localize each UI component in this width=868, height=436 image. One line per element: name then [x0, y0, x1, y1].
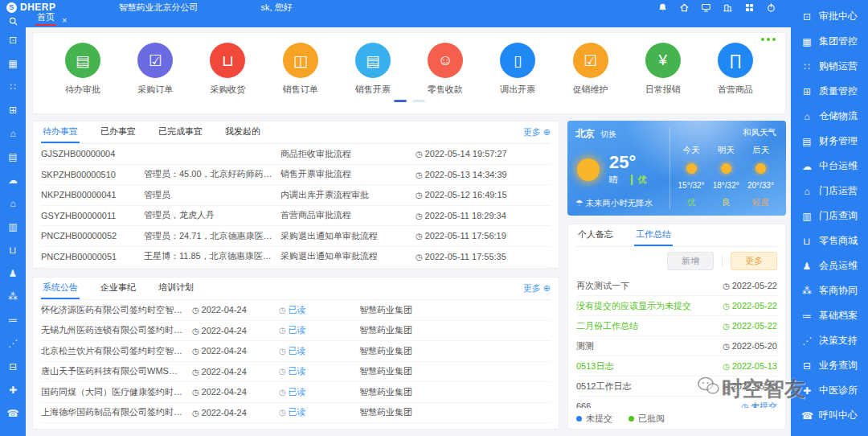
notice-row[interactable]: 无锡九州医药连锁有限公司签约时空智友信息 2022-04-24 已读 智慧药业集…	[41, 321, 551, 342]
home-icon[interactable]	[679, 2, 690, 13]
menu-retail-mall[interactable]: ⊔ 零售商城	[791, 228, 868, 253]
todo-row[interactable]: GJSZHB00000004 商品拒收审批流程 2022-05-14 19:57…	[41, 144, 551, 165]
menu-purchase-sales-ops[interactable]: ∷ 购销运营	[791, 54, 868, 79]
notice-tab[interactable]: 系统公告	[41, 278, 80, 299]
quick-pending-approval[interactable]: ▤ 待办审批	[54, 43, 112, 96]
menu-basic-archives[interactable]: ≔ 基础档案	[791, 303, 868, 328]
menu-finance-mgmt[interactable]: ▤ 财务管理	[791, 129, 868, 154]
todo-tab[interactable]: 我发起的	[223, 121, 262, 143]
tab-close-icon[interactable]: ×	[62, 15, 67, 26]
menu-middle-platform-ops[interactable]: ☁ 中台运维	[791, 154, 868, 179]
menu-member-ops[interactable]: ♟	[4, 265, 22, 282]
menu-store-query[interactable]: ▥ 门店查询	[791, 204, 868, 228]
notice-tab[interactable]: 企业事纪	[99, 278, 137, 299]
menu-item-icon: ⊔	[801, 236, 813, 247]
building-icon[interactable]	[723, 2, 733, 13]
quick-retail-payment[interactable]: ☺ 零售收款	[416, 43, 474, 96]
menu-member-ops[interactable]: ♟ 会员运维	[791, 253, 868, 278]
todo-row[interactable]: GSYZHB00000011 管理员，龙虎人丹 首营商品审批流程 2022-05…	[41, 206, 551, 227]
menu-partner-collab[interactable]: ⁂ 客商协同	[791, 278, 868, 303]
memo-row[interactable]: 0513日志 2022-05-13	[576, 356, 777, 376]
menu-call-center[interactable]: ☎ 呼叫中心	[791, 403, 868, 428]
menu-basic-archives[interactable]: ≔	[4, 311, 22, 329]
menu-finance-mgmt[interactable]: ▤	[4, 148, 22, 166]
quick-actions-list: ▤ 待办审批 ☑ 采购订单 ⊔ 采购收货	[54, 43, 764, 96]
quick-daily-reimburse[interactable]: ¥ 日常报销	[634, 43, 692, 96]
more-dots-icon[interactable]	[761, 38, 776, 41]
memo-row[interactable]: 测测 2022-05-20	[576, 336, 777, 356]
todo-tab[interactable]: 已办事宜	[99, 121, 137, 143]
tab-home-label: 首页	[35, 11, 56, 26]
memo-tab[interactable]: 个人备忘	[576, 224, 615, 246]
quick-sales-invoice[interactable]: ▤ 销售开票	[344, 43, 402, 96]
quick-purchase-order[interactable]: ☑ 采购订单	[126, 43, 184, 96]
notice-date: 2022-04-24	[192, 367, 279, 376]
more-button[interactable]: 更多	[731, 252, 777, 270]
add-button[interactable]: 新增	[667, 252, 714, 270]
search-icon[interactable]	[0, 14, 26, 27]
menu-tcm-clinic[interactable]: ✚ 中医诊所	[791, 378, 868, 403]
notice-row[interactable]: 上海德华国药制品有限公司签约时空智友信息 2022-04-24 已读 智慧药业集…	[41, 403, 551, 424]
bell-icon[interactable]	[657, 2, 668, 13]
quick-action-icon: ∏	[718, 43, 753, 78]
menu-retail-mall[interactable]: ⊔	[4, 241, 22, 259]
menu-group-control[interactable]: ▦	[4, 55, 22, 72]
menu-call-center[interactable]: ☎	[4, 405, 22, 422]
todo-more-link[interactable]: 更多	[523, 126, 551, 138]
quick-promotion-maintain[interactable]: ☑ 促销维护	[562, 43, 620, 96]
menu-warehouse-logistics[interactable]: ⌂	[4, 125, 22, 142]
weather-switch-link[interactable]: 切换	[600, 129, 616, 140]
quick-first-product[interactable]: ∏ 首营商品	[706, 43, 764, 96]
memo-row[interactable]: 再次测试一下 2022-05-22	[576, 276, 777, 296]
quick-transfer-invoice[interactable]: ▯ 调出开票	[489, 43, 547, 96]
menu-warehouse-logistics[interactable]: ⌂ 仓储物流	[791, 104, 868, 129]
memo-row[interactable]: 二月份工作总结 2022-05-22	[576, 316, 777, 336]
menu-store-ops[interactable]: ⌂	[4, 195, 22, 212]
memo-date: 2022-05-13	[723, 361, 777, 371]
notice-row[interactable]: 国药同煤（大同）医疗健康签约时空智友信息 2022-04-24 已读 智慧药业集…	[41, 382, 551, 403]
todo-row[interactable]: PNCZHB00000052 管理员：24.71，北京德惠康医药... 采购退出…	[41, 226, 551, 247]
todo-tab[interactable]: 待办事宜	[41, 121, 80, 143]
menu-business-query[interactable]: ⊟	[4, 358, 22, 376]
menu-partner-collab[interactable]: ⁂	[4, 288, 22, 306]
quick-action-icon: ◫	[283, 43, 318, 78]
notice-more-link[interactable]: 更多	[523, 282, 551, 294]
menu-decision-support[interactable]: ⋰	[4, 335, 22, 352]
menu-quality-control[interactable]: ⊞	[4, 101, 22, 119]
todo-row[interactable]: SKPZHB00000510 管理员：45.00，北京好药师药店... 销售开票…	[41, 165, 551, 186]
menu-store-ops[interactable]: ⌂ 门店运营	[791, 179, 868, 204]
apps-icon[interactable]	[744, 2, 755, 13]
memo-tab[interactable]: 工作总结	[634, 224, 673, 246]
notice-row[interactable]: 唐山天予医药科技有限公司WMS项目上线成 2022-04-24 已读 智慧药业集…	[41, 362, 551, 383]
menu-item-icon: ≔	[801, 311, 813, 322]
memo-row[interactable]: 666 未提交	[576, 397, 777, 408]
todo-row[interactable]: NKPZHB00000041 管理员 内调出库开票流程审批 2022-05-12…	[41, 185, 551, 206]
memo-row[interactable]: 0512工作日志 2022-05-13	[576, 376, 777, 397]
quick-sales-order[interactable]: ◫ 销售订单	[272, 43, 330, 96]
quick-purchase-receive[interactable]: ⊔ 采购收货	[199, 43, 256, 96]
todo-row[interactable]: PNCZHB00000051 王星博：11.85，北京德惠康医药... 采购退出…	[41, 247, 551, 268]
menu-quality-control[interactable]: ⊞ 质量管控	[791, 79, 868, 104]
left-zone: S DHERP 智慧药业北京分公司 sk, 您好 首页 ×	[0, 0, 791, 436]
monitor-icon[interactable]	[701, 2, 711, 13]
menu-business-query[interactable]: ⊟ 业务查询	[791, 353, 868, 378]
user-greeting[interactable]: sk, 您好	[261, 2, 293, 14]
notice-tab[interactable]: 培训计划	[157, 278, 195, 299]
power-icon[interactable]	[766, 2, 776, 13]
tab-home[interactable]: 首页 ×	[26, 11, 73, 27]
memo-row[interactable]: 没有提交的应该显示为未提交 2022-05-22	[576, 296, 777, 316]
menu-approval-center[interactable]: ⊡ 审批中心	[791, 4, 868, 29]
menu-item-label: 中医诊所	[819, 384, 858, 397]
right-menu: ⊡ 审批中心 ▦ 集团管控 ∷ 购销运营 ⊞ 质量管控 ⌂ 仓储物流	[791, 0, 868, 436]
menu-store-query[interactable]: ▥	[4, 218, 22, 236]
carousel-pager[interactable]	[54, 100, 764, 102]
menu-decision-support[interactable]: ⋰ 决策支持	[791, 328, 868, 353]
menu-tcm-clinic[interactable]: ✚	[4, 381, 22, 399]
menu-middle-platform-ops[interactable]: ☁	[4, 171, 22, 189]
menu-group-control[interactable]: ▦ 集团管控	[791, 29, 868, 54]
notice-row[interactable]: 北京松兰饮片有限公司签约时空智友信息化系 2022-04-24 已读 智慧药业集…	[41, 341, 551, 362]
notice-row[interactable]: 怀化济源医药有限公司签约时空智友信息化系 2022-04-24 已读 智慧药业集…	[41, 300, 551, 321]
menu-purchase-sales-ops[interactable]: ∷	[4, 78, 22, 96]
menu-approval-center[interactable]: ⊡	[4, 31, 22, 49]
todo-tab[interactable]: 已完成事宜	[157, 121, 204, 143]
